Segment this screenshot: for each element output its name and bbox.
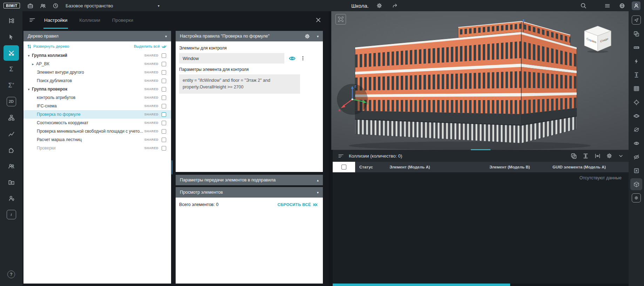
chevron-down-icon[interactable]: ▾ bbox=[317, 34, 319, 38]
panel-resize-handle[interactable] bbox=[471, 149, 490, 150]
show-element-button[interactable] bbox=[630, 137, 642, 149]
hide-element-button[interactable] bbox=[630, 151, 642, 163]
roles-button[interactable] bbox=[4, 174, 19, 190]
tree-item-min-area[interactable]: Проверка минимальной свободной площади с… bbox=[23, 127, 171, 135]
tab-collisions[interactable]: Коллизии bbox=[79, 11, 100, 29]
elements-input[interactable] bbox=[179, 53, 284, 64]
table-settings-button[interactable] bbox=[606, 153, 612, 159]
structure-button[interactable] bbox=[4, 110, 19, 125]
column-guid-a[interactable]: GUID элемента (Модель А) bbox=[548, 162, 629, 172]
project-settings-button[interactable] bbox=[374, 1, 384, 10]
panel-filter-button[interactable] bbox=[27, 16, 37, 24]
tab-settings[interactable]: Настройки bbox=[44, 11, 67, 29]
account-button[interactable] bbox=[632, 1, 640, 10]
close-panel-button[interactable] bbox=[315, 17, 321, 23]
scene-3d[interactable]: Справа Сзади X Y Z bbox=[331, 11, 629, 150]
tree-item-attr-control[interactable]: контроль атрибутов SHARED bbox=[23, 93, 171, 102]
menu-button[interactable] bbox=[602, 1, 612, 10]
expand-tree-button[interactable]: Развернуть дерево bbox=[27, 44, 69, 49]
select-button[interactable] bbox=[4, 29, 19, 45]
grid-button[interactable] bbox=[630, 82, 642, 94]
tree-item-stairs[interactable]: Расчет марша лестниц SHARED bbox=[23, 135, 171, 144]
shared-checkbox[interactable] bbox=[162, 53, 166, 58]
users-button[interactable] bbox=[4, 158, 19, 174]
rules-tree-header[interactable]: Дерево правил ▾ bbox=[23, 31, 171, 41]
viewer-settings-button[interactable] bbox=[630, 192, 642, 204]
align-columns-button[interactable] bbox=[595, 153, 601, 159]
shared-checkbox[interactable] bbox=[162, 62, 166, 66]
fly-mode-button[interactable] bbox=[630, 14, 642, 26]
shared-checkbox[interactable] bbox=[162, 138, 166, 142]
tree-item-coords[interactable]: Соотносимость координат SHARED bbox=[23, 119, 171, 127]
caret-down-icon[interactable]: ▾ bbox=[26, 87, 31, 91]
help-button[interactable]: ? bbox=[7, 271, 15, 278]
team-button[interactable] bbox=[38, 1, 48, 10]
horizontal-scrollbar[interactable] bbox=[333, 284, 629, 286]
charts-button[interactable] bbox=[4, 126, 19, 141]
shared-checkbox[interactable] bbox=[162, 112, 166, 117]
column-status[interactable]: Статус bbox=[355, 162, 385, 172]
column-element-b[interactable]: Элемент (Модель B) bbox=[485, 162, 548, 172]
share-button[interactable] bbox=[390, 1, 400, 10]
row-height-button[interactable] bbox=[583, 153, 589, 159]
column-element-a[interactable]: Элемент (Модель А) bbox=[385, 162, 485, 172]
shared-checkbox[interactable] bbox=[162, 79, 166, 83]
tree-item-checks[interactable]: Проверки SHARED bbox=[23, 144, 171, 152]
measure-button[interactable] bbox=[630, 41, 642, 53]
collision-rules-button[interactable] bbox=[4, 45, 19, 61]
workspace-selector[interactable]: Базовое пространство ▾ bbox=[66, 3, 160, 8]
subrules-header[interactable]: Параметры передачи элементов в подправил… bbox=[176, 175, 323, 185]
tree-item-ar-vk[interactable]: ▸ АР_ВК SHARED bbox=[23, 60, 171, 68]
shared-checkbox[interactable] bbox=[162, 121, 166, 125]
tree-item-checks-group[interactable]: ▾ Группа проверок SHARED bbox=[23, 85, 171, 93]
search-button[interactable] bbox=[578, 1, 588, 10]
more-options-button[interactable] bbox=[300, 55, 306, 61]
tree-item-ifc-schema[interactable]: IFC-схема SHARED bbox=[23, 102, 171, 110]
select-all-button[interactable]: Выделить всё bbox=[134, 44, 167, 49]
focus-target-button[interactable] bbox=[630, 96, 642, 108]
sum-add-button[interactable]: Σ+ bbox=[4, 78, 19, 93]
plugins-button[interactable] bbox=[4, 142, 19, 158]
shared-checkbox[interactable] bbox=[162, 104, 166, 108]
section-button[interactable] bbox=[630, 124, 642, 135]
language-button[interactable] bbox=[617, 1, 627, 10]
tree-scrollbar[interactable] bbox=[171, 160, 172, 174]
focus-view-button[interactable] bbox=[335, 14, 346, 25]
navigation-cube[interactable]: Справа Сзади bbox=[580, 23, 615, 53]
model-tree-button[interactable] bbox=[4, 13, 19, 28]
tree-item-duplicates[interactable]: Поиск дубликатов SHARED bbox=[23, 77, 171, 85]
tree-item-collision-group[interactable]: ▾ Группа коллизий SHARED bbox=[23, 51, 171, 60]
elevation-button[interactable] bbox=[630, 69, 642, 81]
shared-checkbox[interactable] bbox=[162, 95, 166, 100]
shared-checkbox[interactable] bbox=[162, 70, 166, 75]
reset-all-button[interactable]: СБРОСИТЬ ВСЁ bbox=[277, 202, 318, 207]
view-2d-button[interactable]: 2D bbox=[4, 94, 19, 109]
axis-gizmo[interactable]: X Y Z bbox=[335, 82, 369, 116]
isolate-button[interactable] bbox=[630, 165, 642, 177]
collapse-panel-button[interactable] bbox=[618, 153, 624, 159]
caret-right-icon[interactable]: ▸ bbox=[30, 62, 35, 66]
collisions-filter-button[interactable] bbox=[337, 152, 345, 160]
shared-checkbox[interactable] bbox=[162, 146, 166, 151]
quick-actions-button[interactable] bbox=[630, 55, 642, 67]
tab-checks[interactable]: Проверки bbox=[112, 11, 133, 29]
model-cube-button[interactable] bbox=[630, 178, 642, 190]
caret-down-icon[interactable]: ▾ bbox=[26, 54, 31, 58]
shared-checkbox[interactable] bbox=[162, 87, 166, 92]
info-button[interactable]: i bbox=[4, 207, 19, 222]
gear-icon[interactable] bbox=[305, 34, 310, 39]
select-all-checkbox[interactable] bbox=[341, 165, 346, 169]
history-button[interactable] bbox=[51, 1, 61, 10]
orbit-button[interactable] bbox=[630, 110, 642, 122]
projects-button[interactable] bbox=[26, 1, 35, 10]
rule-settings-header[interactable]: Настройка правила "Проверка по формуле" … bbox=[176, 31, 323, 41]
viewpoints-button[interactable] bbox=[630, 28, 642, 40]
sum-button[interactable]: Σ bbox=[4, 61, 19, 77]
user-location-button[interactable] bbox=[4, 191, 19, 206]
shared-checkbox[interactable] bbox=[162, 129, 166, 134]
show-elements-button[interactable] bbox=[289, 55, 296, 62]
tree-item-formula-check[interactable]: Проверка по формуле SHARED bbox=[23, 110, 171, 119]
scrollbar-thumb[interactable] bbox=[333, 284, 510, 286]
formula-box[interactable]: entity = "ifcWindow" and floor = "Этаж 2… bbox=[179, 74, 300, 94]
copy-table-button[interactable] bbox=[571, 153, 577, 159]
